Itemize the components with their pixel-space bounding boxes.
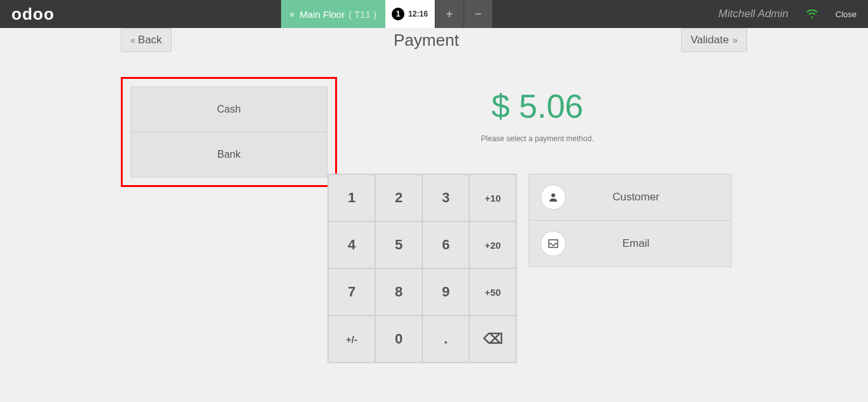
numkey-2[interactable]: 2 bbox=[375, 174, 422, 221]
left-column: Cash Bank bbox=[0, 71, 327, 402]
close-button[interactable]: Close bbox=[824, 10, 868, 19]
payment-method-bank[interactable]: Bank bbox=[130, 132, 327, 177]
numpad: 1 2 3 +10 4 5 6 +20 7 8 9 +50 +/- 0 . ⌫ bbox=[327, 174, 517, 363]
header-row: « Back Payment Validate » bbox=[0, 28, 868, 62]
user-icon bbox=[541, 184, 566, 210]
order-tab[interactable]: 1 12:16 bbox=[385, 0, 435, 28]
table-id: ( T11 ) bbox=[348, 9, 376, 20]
chevron-left-icon: « bbox=[290, 9, 295, 19]
svg-point-1 bbox=[551, 193, 555, 197]
floor-button[interactable]: « Main Floor ( T11 ) bbox=[281, 0, 386, 28]
topbar-center: « Main Floor ( T11 ) 1 12:16 + − bbox=[66, 0, 707, 28]
customer-label: Customer bbox=[577, 191, 720, 204]
email-label: Email bbox=[577, 237, 720, 250]
payment-methods-highlight: Cash Bank bbox=[121, 77, 337, 187]
chevron-right-icon: » bbox=[733, 35, 738, 45]
add-order-button[interactable]: + bbox=[436, 0, 464, 28]
payment-hint: Please select a payment method. bbox=[327, 134, 747, 143]
back-label: Back bbox=[138, 34, 162, 46]
backspace-icon: ⌫ bbox=[483, 331, 503, 347]
numkey-backspace[interactable]: ⌫ bbox=[469, 315, 516, 363]
numkey-plus50[interactable]: +50 bbox=[469, 268, 516, 315]
numkey-7[interactable]: 7 bbox=[328, 268, 375, 315]
back-button[interactable]: « Back bbox=[121, 28, 172, 52]
svg-point-0 bbox=[811, 17, 813, 18]
email-button[interactable]: Email bbox=[528, 221, 732, 267]
side-actions: Customer Email bbox=[528, 174, 747, 363]
content: Cash Bank $ 5.06 Please select a payment… bbox=[0, 62, 868, 402]
right-column: $ 5.06 Please select a payment method. 1… bbox=[327, 71, 868, 402]
numkey-8[interactable]: 8 bbox=[375, 268, 422, 315]
amount-due: $ 5.06 bbox=[327, 87, 747, 125]
chevron-left-icon: « bbox=[130, 35, 135, 45]
numkey-4[interactable]: 4 bbox=[328, 221, 375, 268]
inbox-icon bbox=[541, 231, 566, 256]
validate-button[interactable]: Validate » bbox=[681, 28, 747, 52]
remove-order-button[interactable]: − bbox=[464, 0, 492, 28]
topbar-right: Mitchell Admin Close bbox=[707, 0, 868, 28]
numkey-3[interactable]: 3 bbox=[422, 174, 469, 221]
payment-method-cash[interactable]: Cash bbox=[130, 87, 327, 132]
numkey-1[interactable]: 1 bbox=[328, 174, 375, 221]
page-title: Payment bbox=[394, 31, 459, 50]
numkey-plus10[interactable]: +10 bbox=[469, 174, 516, 221]
order-time: 12:16 bbox=[408, 10, 428, 18]
username[interactable]: Mitchell Admin bbox=[707, 8, 800, 20]
floor-label: Main Floor bbox=[300, 9, 345, 20]
numkey-plus20[interactable]: +20 bbox=[469, 221, 516, 268]
validate-label: Validate bbox=[691, 34, 729, 46]
numkey-9[interactable]: 9 bbox=[422, 268, 469, 315]
order-number-badge: 1 bbox=[392, 8, 404, 20]
numkey-5[interactable]: 5 bbox=[375, 221, 422, 268]
logo: odoo bbox=[0, 0, 66, 28]
numkey-6[interactable]: 6 bbox=[422, 221, 469, 268]
customer-button[interactable]: Customer bbox=[528, 174, 732, 221]
numkey-0[interactable]: 0 bbox=[375, 315, 422, 363]
numkey-dot[interactable]: . bbox=[422, 315, 469, 363]
topbar: odoo « Main Floor ( T11 ) 1 12:16 + − Mi… bbox=[0, 0, 868, 28]
numkey-sign[interactable]: +/- bbox=[328, 315, 375, 363]
lower-row: 1 2 3 +10 4 5 6 +20 7 8 9 +50 +/- 0 . ⌫ bbox=[327, 174, 747, 363]
wifi-icon bbox=[800, 10, 824, 18]
